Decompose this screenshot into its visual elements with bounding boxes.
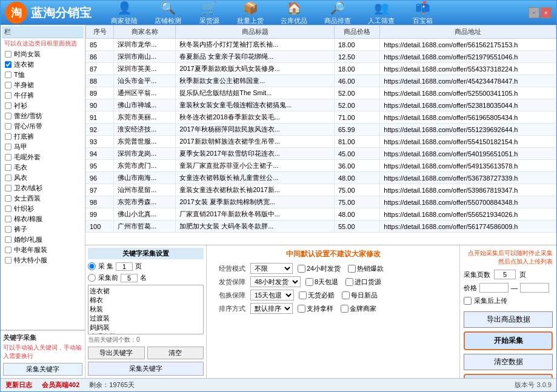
pre-collect-radio-row: 采集前 名 bbox=[88, 273, 204, 282]
category-item[interactable]: 针织衫 bbox=[2, 204, 84, 214]
category-item[interactable]: 婚纱/礼服 bbox=[2, 234, 84, 245]
category-item[interactable]: 风衣 bbox=[2, 173, 84, 183]
category-item[interactable]: 毛衣 bbox=[2, 162, 84, 173]
category-item[interactable]: 棉衣/棉服 bbox=[2, 214, 84, 224]
sample-check[interactable]: 支持拿样 bbox=[298, 304, 333, 313]
table-row[interactable]: 89通州区平翁...捉乐队纪念版结结姐The Smit...52.00https… bbox=[86, 87, 556, 99]
category-item[interactable]: 女士西装 bbox=[2, 193, 84, 204]
sort-label: 排序方式 bbox=[212, 304, 245, 313]
sidebar-label: 栏 bbox=[2, 26, 84, 38]
update-log-link[interactable]: 更新日志 bbox=[5, 380, 32, 390]
nav-item-批量上货[interactable]: 📦批量上货 bbox=[230, 0, 271, 27]
collect-radio[interactable] bbox=[88, 262, 96, 270]
collect-radio-row: 采 集 页 bbox=[88, 262, 204, 271]
clear-data-button[interactable]: 清空数据 bbox=[464, 354, 553, 370]
price-min-input[interactable] bbox=[479, 283, 509, 293]
category-item[interactable]: 衬衫 bbox=[2, 101, 84, 111]
category-item[interactable]: 马甲 bbox=[2, 142, 84, 152]
table-header: 商品地址 bbox=[380, 25, 556, 39]
category-sidebar: 栏 可以在这边类目框里面挑选 时尚女装连衣裙T恤半身裙牛仔裤衬衫蕾丝/雪纺背心/… bbox=[1, 25, 85, 378]
close-button[interactable]: × bbox=[541, 7, 552, 18]
nav-item-店铺检测[interactable]: 🔍店铺检测 bbox=[147, 0, 188, 27]
table-row[interactable]: 97汕州市星留...童装女童连衣裙秋款长袖2017新...75.00https:… bbox=[86, 184, 556, 196]
delivery-guarantee-label: 发货保障 bbox=[212, 277, 245, 287]
category-item[interactable]: 卫衣/绒衫 bbox=[2, 183, 84, 193]
category-item[interactable]: 特大特小服 bbox=[2, 255, 84, 265]
nav-item-商家登陆[interactable]: 👤商家登陆 bbox=[104, 0, 145, 27]
nav-bar: 👤商家登陆🔍店铺检测🛒采货源📦批量上货🏠云库优品🔎商品排查👥人工筛查📫百宝箱 bbox=[104, 0, 529, 27]
category-item[interactable]: 裤子 bbox=[2, 224, 84, 234]
nav-item-百宝箱[interactable]: 📫百宝箱 bbox=[404, 0, 441, 27]
table-row[interactable]: 91东莞市美丽...秋冬连衣裙2018春季新款女装毛...71.00https:… bbox=[86, 111, 556, 124]
table-row[interactable]: 93东莞普世服...2017新款朝鲜族连衣裙学生吊带...81.00https:… bbox=[86, 136, 556, 148]
warranty-select[interactable]: 15天包退 bbox=[250, 290, 294, 301]
category-item[interactable]: T恤 bbox=[2, 70, 84, 80]
pre-collect-unit: 名 bbox=[140, 273, 147, 282]
export-keyword-button[interactable]: 导出关键字 bbox=[88, 347, 145, 359]
window-controls: － × bbox=[529, 7, 552, 18]
gold-merchant-check[interactable]: 金牌商家 bbox=[341, 304, 376, 313]
category-item[interactable]: 连衣裙 bbox=[2, 59, 84, 70]
return8-check[interactable]: 8天包退 bbox=[305, 277, 338, 287]
pages-value-input[interactable] bbox=[494, 270, 516, 279]
add-to-upload-button[interactable]: 加入上传列表 bbox=[464, 374, 553, 378]
table-row[interactable]: 95东莞市虎门...童装厂家直批苏菲亚小公主裙子...36.00https://… bbox=[86, 160, 556, 172]
delivery-24h-check[interactable]: 24小时发货 bbox=[298, 264, 341, 273]
sort-select[interactable]: 默认排序 bbox=[250, 303, 293, 314]
no-reason-check[interactable]: 无货必赔 bbox=[299, 291, 335, 300]
hot-sales-check[interactable]: 热销爆款 bbox=[348, 264, 384, 273]
pre-collect-radio[interactable] bbox=[88, 274, 96, 282]
collect-after-upload-check[interactable] bbox=[464, 297, 472, 305]
daily-new-check[interactable]: 每日新品 bbox=[342, 291, 378, 300]
days-remaining: 剩余：19765天 bbox=[89, 380, 135, 390]
category-item[interactable]: 中老年服装 bbox=[2, 245, 84, 255]
category-item[interactable]: 牛仔裤 bbox=[2, 90, 84, 101]
category-item[interactable]: 打底裤 bbox=[2, 131, 84, 142]
import-check[interactable]: 进口货源 bbox=[345, 277, 381, 287]
biz-mode-select[interactable]: 不限工厂贸易公司 bbox=[250, 263, 293, 274]
table-row[interactable]: 94深圳市龙岗...夏季女装2017年款雪纺印花连衣...45.00https:… bbox=[86, 148, 556, 160]
start-collect-button[interactable]: 开始采集 bbox=[464, 331, 553, 350]
table-row[interactable]: 99佛山小北真...厂家直销2017年新款秋冬韩版中...48.00https:… bbox=[86, 208, 556, 221]
table-row[interactable]: 87深圳市英美...2017夏季新款欧版大码女装修身...18.00https:… bbox=[86, 63, 556, 75]
table-row[interactable]: 90佛山市禅城...童装秋女装女童毛领连帽连衣裙搞鬼...52.00https:… bbox=[86, 99, 556, 111]
sidebar-note: 可以在这边类目框里面挑选 bbox=[2, 38, 84, 49]
table-row[interactable]: 96佛山市南海...女童连衣裙韩版长袖儿童蕾丝公...48.00https://… bbox=[86, 172, 556, 184]
sidebar-bottom: 关键字采集 可以手动输入关键词，手动输入需要换行 采集关键字 bbox=[1, 330, 85, 378]
collect-keyword-button[interactable]: 采集关键字 bbox=[3, 363, 82, 376]
keyword-textarea[interactable] bbox=[88, 285, 204, 334]
collect-after-row: 采集后上传 bbox=[464, 296, 553, 305]
collect-keyword-action-button[interactable]: 采集关键字 bbox=[88, 362, 204, 376]
table-row[interactable]: 92淮安经济技...2017年秋杨丽萍同款民族风连衣...65.99https:… bbox=[86, 124, 556, 136]
product-table-wrapper[interactable]: 序号商家名称商品标题商品价格商品地址 85深圳市龙华...秋冬装内搭小灯灯笼袖打… bbox=[85, 25, 556, 245]
nav-item-商品排查[interactable]: 🔎商品排查 bbox=[317, 0, 358, 27]
export-data-button[interactable]: 导出商品数据 bbox=[464, 311, 553, 328]
biz-checkboxes: 24小时发货 热销爆款 bbox=[298, 264, 384, 273]
table-row[interactable]: 100广州市哲葛...加肥加大女装 大码冬装冬款胖...55.00https:/… bbox=[86, 221, 556, 233]
table-row[interactable]: 98东莞市秀森...2017女装 夏季新款纯棉制绣宽...75.00https:… bbox=[86, 196, 556, 208]
nav-item-采货源[interactable]: 🛒采货源 bbox=[191, 0, 227, 27]
sort-row: 排序方式 默认排序 支持拿样 金牌商家 bbox=[212, 303, 455, 314]
price-max-input[interactable] bbox=[520, 283, 549, 293]
table-row[interactable]: 88汕头市金平...秋季新款女童公主裙韩国童...46.00https://de… bbox=[86, 75, 556, 87]
nav-item-人工筛查[interactable]: 👥人工筛查 bbox=[361, 0, 402, 27]
category-item[interactable]: 背心/吊带 bbox=[2, 121, 84, 131]
category-item[interactable]: 半身裙 bbox=[2, 80, 84, 90]
category-item[interactable]: 毛呢外套 bbox=[2, 152, 84, 162]
keyword-settings: 关键字采集设置 采 集 页 采集前 名 bbox=[85, 245, 207, 378]
main-content: 栏 可以在这边类目框里面挑选 时尚女装连衣裙T恤半身裙牛仔裤衬衫蕾丝/雪纺背心/… bbox=[1, 25, 556, 378]
warranty-label: 包换保障 bbox=[212, 291, 245, 300]
nav-item-云库优品[interactable]: 🏠云库优品 bbox=[273, 0, 315, 27]
collect-pages-input[interactable] bbox=[116, 262, 133, 271]
pre-collect-count-input[interactable] bbox=[121, 274, 138, 282]
category-item[interactable]: 蕾丝/雪纺 bbox=[2, 111, 84, 121]
table-header: 商品价格 bbox=[335, 25, 380, 39]
table-header: 商家名称 bbox=[114, 25, 176, 39]
table-row[interactable]: 85深圳市龙华...秋冬装内搭小灯灯笼袖打底长袖...18.00https://… bbox=[86, 39, 556, 51]
clear-keyword-button[interactable]: 清空 bbox=[147, 347, 204, 359]
delivery-guarantee-select[interactable]: 48小时发货 bbox=[250, 276, 301, 287]
category-item[interactable]: 时尚女装 bbox=[2, 49, 84, 59]
table-row[interactable]: 86深圳市南山...春夏新品 女童亲子装印花绑绳...12.50https://… bbox=[86, 51, 556, 63]
minimize-button[interactable]: － bbox=[529, 7, 539, 18]
price-label: 价格 bbox=[464, 284, 477, 293]
